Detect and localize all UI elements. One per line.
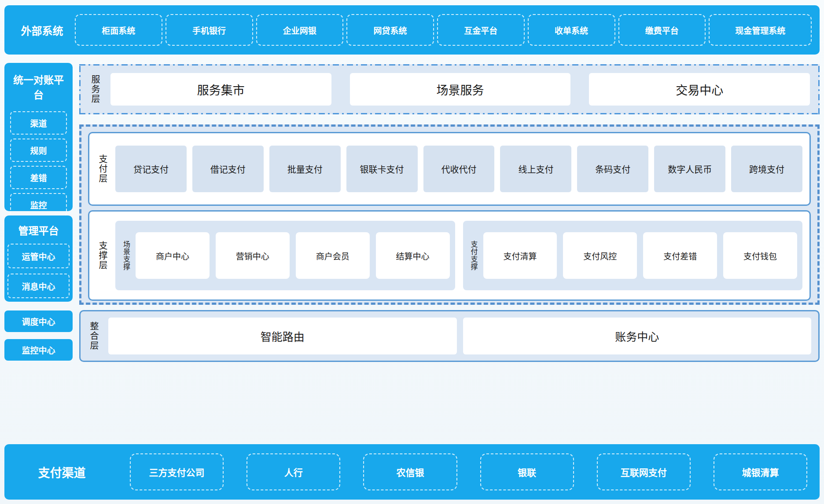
payment-channel-item: 互联网支付: [597, 453, 691, 490]
payment-item: 线上支付: [500, 146, 571, 192]
payment-item: 借记支付: [192, 146, 264, 192]
service-item: 服务集市: [110, 73, 331, 106]
external-systems-label: 外部系统: [12, 22, 72, 38]
management-item: 运管中心: [7, 244, 70, 268]
payment-layer-label: 支付层: [96, 154, 109, 183]
management-item: 消息中心: [7, 274, 70, 298]
external-system-item: 柜面系统: [75, 14, 162, 46]
payment-item: 批量支付: [269, 146, 341, 192]
reconciliation-platform-card: 统一对账平台 渠道 规则 差错 监控: [4, 63, 73, 211]
external-system-item: 缴费平台: [618, 14, 706, 46]
reconciliation-item: 差错: [10, 166, 67, 189]
management-platform-title: 管理平台: [7, 223, 70, 237]
reconciliation-item: 渠道: [10, 111, 67, 135]
external-system-item: 网贷系统: [346, 14, 434, 46]
support-item: 支付钱包: [723, 232, 797, 279]
support-layer-section: 支撑层 场景支撑 商户中心 营销中心 商户会员 结算中心 支付支撑 支付清算 支…: [88, 210, 811, 301]
support-group-scene-label: 场景支撑: [121, 241, 131, 270]
management-platform-card: 管理平台 运管中心 消息中心: [4, 215, 73, 302]
external-system-item: 互金平台: [437, 14, 525, 46]
payment-channel-item: 农信银: [363, 453, 457, 490]
external-system-item: 企业网银: [256, 14, 344, 46]
payment-layer-items: 贷记支付 借记支付 批量支付 银联卡支付 代收代付 线上支付 条码支付 数字人民…: [115, 146, 802, 192]
service-item: 交易中心: [589, 73, 810, 106]
support-group-scene: 场景支撑 商户中心 营销中心 商户会员 结算中心: [115, 221, 455, 290]
payment-item: 条码支付: [577, 146, 648, 192]
support-item: 商户中心: [136, 232, 210, 279]
payment-channels-bar: 支付渠道 三方支付公司 人行 农信银 银联 互联网支付 城银清算: [4, 444, 820, 500]
support-group-payment-label: 支付支撑: [468, 241, 479, 270]
support-layer-label: 支撑层: [96, 241, 109, 270]
support-item: 商户会员: [296, 232, 370, 279]
payment-channel-items: 三方支付公司 人行 农信银 银联 互联网支付 城银清算: [130, 453, 807, 490]
support-item: 支付风控: [563, 232, 637, 279]
core-layers-container: 支付层 贷记支付 借记支付 批量支付 银联卡支付 代收代付 线上支付 条码支付 …: [79, 124, 820, 305]
external-system-item: 现金管理系统: [709, 14, 812, 46]
external-system-item: 手机银行: [166, 14, 253, 46]
reconciliation-item: 监控: [10, 193, 67, 216]
external-systems-bar: 外部系统 柜面系统 手机银行 企业网银 网贷系统 互金平台 收单系统 缴费平台 …: [4, 5, 820, 55]
payment-item: 银联卡支付: [346, 146, 418, 192]
integration-layer-label: 整合层: [88, 321, 100, 351]
payment-item: 代收代付: [423, 146, 495, 192]
payment-item: 贷记支付: [115, 146, 187, 192]
architecture-diagram: 外部系统 柜面系统 手机银行 企业网银 网贷系统 互金平台 收单系统 缴费平台 …: [0, 0, 824, 504]
dispatch-center-box: 调度中心: [4, 310, 73, 332]
support-item: 结算中心: [376, 232, 450, 279]
payment-item: 跨境支付: [731, 146, 802, 192]
support-group-scene-items: 商户中心 营销中心 商户会员 结算中心: [136, 232, 450, 279]
integration-item: 账务中心: [463, 318, 812, 354]
payment-channel-item: 银联: [480, 453, 574, 490]
payment-channel-item: 人行: [246, 453, 340, 490]
reconciliation-platform-title: 统一对账平台: [10, 72, 67, 102]
payment-item: 数字人民币: [654, 146, 725, 192]
external-system-item: 收单系统: [528, 14, 615, 46]
integration-layer-section: 整合层 智能路由 账务中心: [79, 310, 820, 362]
support-item: 营销中心: [216, 232, 290, 279]
support-item: 支付清算: [483, 232, 557, 279]
service-layer-label: 服务层: [89, 75, 102, 104]
payment-layer-section: 支付层 贷记支付 借记支付 批量支付 银联卡支付 代收代付 线上支付 条码支付 …: [88, 132, 811, 206]
service-item: 场景服务: [350, 73, 571, 106]
support-item: 支付差错: [643, 232, 717, 279]
support-group-payment: 支付支撑 支付清算 支付风控 支付差错 支付钱包: [463, 221, 803, 290]
service-layer-items: 服务集市 场景服务 交易中心: [110, 73, 810, 106]
service-layer-section: 服务层 服务集市 场景服务 交易中心: [79, 64, 820, 114]
support-layer-groups: 场景支撑 商户中心 营销中心 商户会员 结算中心 支付支撑 支付清算 支付风控 …: [115, 221, 802, 290]
reconciliation-item: 规则: [10, 139, 67, 162]
payment-channel-item: 城银清算: [714, 453, 807, 490]
payment-channels-label: 支付渠道: [17, 464, 107, 481]
payment-channel-item: 三方支付公司: [130, 453, 224, 490]
monitoring-center-box: 监控中心: [4, 339, 73, 361]
integration-layer-items: 智能路由 账务中心: [108, 318, 811, 354]
support-group-payment-items: 支付清算 支付风控 支付差错 支付钱包: [483, 232, 798, 279]
integration-item: 智能路由: [108, 318, 457, 354]
